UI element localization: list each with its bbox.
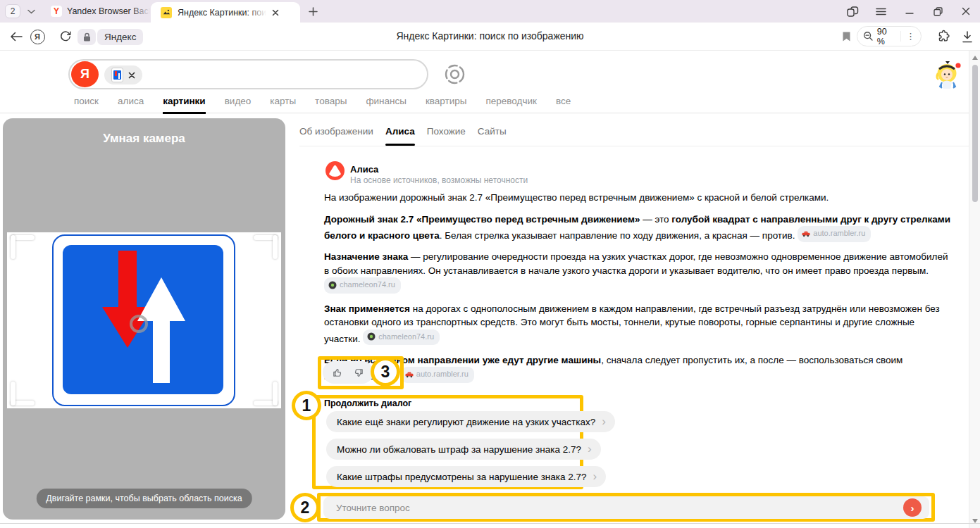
yandex-logo: Я — [71, 61, 99, 87]
search-header: Я — [0, 51, 969, 113]
side-panels-icon[interactable] — [844, 3, 861, 20]
callout-badge-1: 1 — [292, 391, 321, 420]
answer-text-bold: Дорожный знак 2.7 «Преимущество перед вс… — [324, 214, 640, 225]
tab-counter[interactable]: 2 — [5, 4, 20, 18]
bookmark-icon[interactable] — [837, 27, 855, 46]
answer-paragraph: На изображении дорожный знак 2.7 «Преиму… — [324, 191, 953, 205]
suggestion-text: Можно ли обжаловать штраф за нарушение з… — [337, 444, 581, 455]
close-window-icon[interactable] — [957, 3, 974, 20]
window-bottom-edge — [0, 523, 980, 524]
answer-paragraph: Если во встречном направлении уже едут д… — [324, 353, 953, 384]
remove-image-icon[interactable] — [128, 72, 135, 79]
crop-handle-bottom-right[interactable] — [254, 382, 278, 406]
menu-icon[interactable] — [872, 3, 889, 20]
nav-tab-финансы[interactable]: финансы — [366, 96, 407, 114]
answer-text-bold: Назначение знака — [324, 251, 408, 262]
results-tabs: Об изображенииАлисаПохожиеСайты — [299, 126, 969, 146]
page-title: Яндекс Картинки: поиск по изображению — [0, 30, 980, 42]
crop-handle-top-left[interactable] — [11, 235, 35, 259]
results-tab-Похожие[interactable]: Похожие — [427, 126, 466, 137]
nav-tab-все[interactable]: все — [556, 96, 571, 114]
toolbar: Я Яндекс Яндекс Картинки: поиск по изобр… — [0, 23, 980, 51]
answer-text: — регулирование очередности проезда на у… — [324, 251, 948, 276]
yandex-browser-icon: Y — [51, 6, 62, 17]
road-sign-blue-square — [63, 245, 223, 394]
results-tab-Об изображении[interactable]: Об изображении — [299, 126, 373, 137]
suggestion-text: Какие ещё знаки регулируют движение на у… — [337, 417, 595, 427]
tab-title-fade — [132, 6, 150, 16]
image-page-favicon — [161, 7, 172, 18]
query-image-thumbnail — [111, 68, 123, 82]
suggestion-chip[interactable]: Какие ещё знаки регулируют движение на у… — [326, 411, 615, 432]
callout-badge-2: 2 — [290, 493, 320, 522]
source-link-badge[interactable]: chameleon74.ru — [363, 329, 440, 346]
tab-title-fade — [248, 8, 266, 18]
answer-paragraph: Назначение знака — регулирование очередн… — [324, 250, 953, 294]
downloads-icon[interactable] — [958, 27, 976, 46]
source-favicon-icon — [367, 332, 376, 341]
nav-tab-поиск[interactable]: поиск — [74, 96, 99, 114]
tab-yandex-browser-background[interactable]: Y Yandex Browser Backgrou — [41, 0, 151, 23]
chevron-right-icon: › — [593, 470, 597, 484]
suggestion-chip[interactable]: Какие штрафы предусмотрены за нарушение … — [326, 466, 606, 487]
send-question-button[interactable]: › — [903, 498, 922, 517]
results-tab-Алиса[interactable]: Алиса — [385, 126, 415, 137]
assistant-disclaimer: На основе источников, возможны неточност… — [350, 175, 528, 185]
restore-icon[interactable] — [929, 3, 946, 20]
search-input-field[interactable]: Я — [68, 59, 428, 89]
clarify-question-input[interactable] — [323, 496, 929, 519]
page-scrollbar[interactable] — [969, 51, 980, 528]
nav-tab-картинки[interactable]: картинки — [163, 96, 205, 114]
source-link-badge[interactable]: auto.rambler.ru — [798, 226, 871, 242]
tab-close-icon[interactable] — [272, 9, 279, 16]
red-down-arrow — [102, 251, 153, 348]
answer-text: — это — [640, 214, 671, 225]
scrollbar-thumb[interactable] — [972, 65, 978, 202]
source-domain: chameleon74.ru — [340, 278, 395, 292]
answer-paragraph: Знак применяется на дорогах с однополосн… — [324, 302, 953, 346]
zoom-control[interactable]: 90 % ⋮ — [857, 26, 922, 46]
nav-tab-товары[interactable]: товары — [315, 96, 347, 114]
road-sign-2-7 — [52, 234, 235, 406]
nav-tab-переводчик[interactable]: переводчик — [486, 96, 537, 114]
crop-handle-top-right[interactable] — [254, 235, 278, 259]
source-favicon-icon — [405, 370, 414, 379]
scroll-up-icon[interactable] — [972, 56, 978, 60]
thumbs-down-icon[interactable] — [352, 367, 364, 379]
new-tab-button[interactable] — [304, 3, 321, 20]
zoom-menu-icon[interactable]: ⋮ — [900, 31, 915, 42]
zoom-out-icon — [863, 31, 874, 42]
nav-tab-алиса[interactable]: алиса — [118, 96, 144, 114]
camera-panel-title: Умная камера — [3, 132, 285, 146]
user-avatar[interactable] — [932, 59, 963, 92]
assistant-answer: На изображении дорожный знак 2.7 «Преиму… — [324, 191, 953, 391]
image-query-chip[interactable] — [104, 65, 142, 84]
tabs-chevron-down-icon[interactable] — [23, 3, 39, 20]
continue-dialog-label: Продолжить диалог — [324, 398, 411, 408]
tab-yandex-images-active[interactable]: Яндекс Картинки: поис — [151, 2, 300, 23]
source-domain: auto.rambler.ru — [416, 367, 469, 382]
nav-tab-видео[interactable]: видео — [225, 96, 252, 114]
thumbs-up-icon[interactable] — [332, 367, 344, 379]
suggestion-chips: Какие ещё знаки регулируют движение на у… — [326, 411, 615, 487]
feedback-buttons — [323, 361, 373, 384]
answer-paragraph: Дорожный знак 2.7 «Преимущество перед вс… — [324, 213, 953, 243]
smart-camera-icon[interactable] — [443, 63, 466, 89]
source-domain: auto.rambler.ru — [813, 227, 865, 241]
searched-image[interactable] — [7, 232, 281, 408]
tab-bar: 2 Y Yandex Browser Backgrou Яндекс Карти… — [0, 0, 980, 23]
assistant-name: Алиса — [350, 164, 378, 175]
source-link-badge[interactable]: auto.rambler.ru — [401, 367, 474, 383]
nav-tab-карты[interactable]: карты — [270, 96, 296, 114]
results-tab-Сайты[interactable]: Сайты — [478, 126, 507, 137]
smart-camera-panel: Умная камера Двигайте рамки, чтобы выбра… — [3, 118, 285, 520]
suggestion-chip[interactable]: Можно ли обжаловать штраф за нарушение з… — [326, 439, 601, 460]
browser-window: 2 Y Yandex Browser Backgrou Яндекс Карти… — [0, 0, 980, 528]
crop-handle-bottom-left[interactable] — [11, 382, 35, 406]
extensions-icon[interactable] — [934, 27, 952, 46]
source-link-badge[interactable]: chameleon74.ru — [324, 277, 401, 294]
minimize-icon[interactable] — [901, 3, 918, 20]
nav-tab-квартиры[interactable]: квартиры — [426, 96, 467, 114]
answer-text-bold: Знак применяется — [324, 303, 410, 314]
answer-text: На изображении дорожный знак 2.7 «Преиму… — [324, 192, 829, 203]
